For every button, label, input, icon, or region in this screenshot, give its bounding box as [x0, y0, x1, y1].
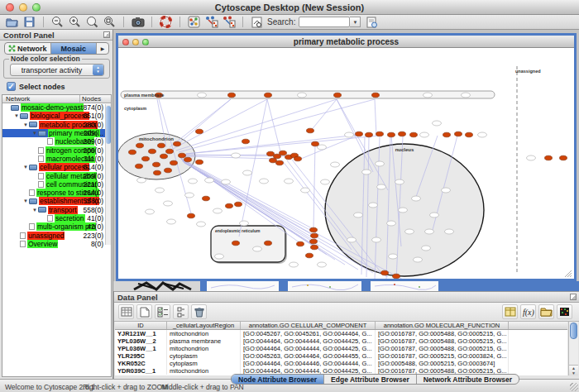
graph-node[interactable] [345, 132, 354, 137]
graph-node[interactable] [156, 188, 165, 193]
data-panel-float-icon[interactable] [570, 294, 577, 300]
zoom-in-icon[interactable] [68, 16, 82, 29]
graph-node[interactable] [422, 246, 431, 251]
graph-node-selected[interactable] [399, 131, 406, 136]
graph-node-selected[interactable] [129, 150, 136, 155]
graph-node-selected[interactable] [356, 131, 363, 136]
graph-node[interactable] [301, 188, 310, 193]
tree-row[interactable]: response to stimulu264(0) [2, 189, 111, 197]
column-header-region[interactable]: _cellularLayoutRegion [167, 322, 241, 329]
search-input[interactable] [299, 17, 350, 27]
graph-node[interactable] [372, 237, 381, 242]
network-window[interactable]: primary metabolic process plasma membran… [116, 33, 577, 281]
apply-layout-2-icon[interactable] [222, 16, 236, 29]
graph-node[interactable] [146, 209, 155, 214]
graph-node[interactable] [387, 221, 396, 226]
float-panel-icon[interactable] [103, 31, 110, 38]
data-panel-scrollbar-arrows[interactable]: ▲▼ [569, 365, 578, 375]
graph-node-selected[interactable] [232, 241, 240, 246]
graph-node[interactable] [232, 153, 241, 158]
zoom-selected-icon[interactable] [85, 16, 99, 29]
graph-node-selected[interactable] [166, 149, 174, 154]
expand-arrow-icon[interactable]: ▼ [22, 165, 29, 170]
network-graph[interactable]: plasma membranecytoplasmmitochondrionnuc… [118, 48, 574, 279]
graph-node[interactable] [414, 257, 423, 262]
graph-node-selected[interactable] [136, 164, 143, 169]
graph-node-selected[interactable] [276, 160, 284, 165]
graph-node-selected[interactable] [174, 141, 181, 146]
graph-node[interactable] [285, 179, 294, 184]
graph-node[interactable] [389, 254, 398, 259]
table-row[interactable]: YKR052Ccytoplasm[GO:0044464, GO:0044446,… [115, 360, 567, 367]
select-nodes-checkbox[interactable]: ✓ [7, 82, 16, 91]
column-header-molecular-function[interactable]: annotation.GO MOLECULAR_FUNCTION [376, 322, 509, 329]
graph-node-selected[interactable] [188, 213, 195, 218]
search-options-icon[interactable] [365, 16, 379, 29]
graph-node[interactable] [321, 179, 330, 184]
graph-node-selected[interactable] [160, 154, 168, 159]
graph-node[interactable] [298, 93, 307, 98]
tab-overflow-arrow[interactable]: ▶ [97, 43, 108, 54]
graph-node-selected[interactable] [242, 139, 250, 144]
graph-node[interactable] [430, 213, 439, 218]
graph-node[interactable] [213, 208, 223, 213]
graph-node-selected[interactable] [393, 274, 400, 279]
matrix-view-icon[interactable] [557, 304, 572, 319]
graph-node-selected[interactable] [312, 141, 319, 146]
graph-node-selected[interactable] [153, 162, 160, 167]
graph-node-selected[interactable] [154, 170, 161, 175]
graph-node[interactable] [240, 221, 249, 226]
graph-node-selected[interactable] [158, 143, 165, 148]
tree-row[interactable]: cellular metabol209(0) [2, 171, 111, 179]
graph-node[interactable] [362, 170, 371, 174]
graph-node[interactable] [253, 246, 262, 251]
graph-node[interactable] [442, 188, 451, 193]
graph-node-selected[interactable] [381, 270, 389, 275]
network-zoom-button[interactable] [142, 39, 149, 45]
graph-node-selected[interactable] [410, 132, 418, 137]
select-attributes-icon[interactable] [155, 304, 170, 319]
graph-node[interactable] [433, 121, 442, 126]
data-panel-scrollbar-thumb[interactable] [570, 323, 577, 339]
graph-node[interactable] [376, 161, 385, 166]
graph-node-selected[interactable] [196, 160, 203, 165]
graph-node[interactable] [243, 170, 252, 175]
network-minimize-button[interactable] [132, 39, 139, 45]
graph-node[interactable] [164, 201, 173, 206]
tree-scrollbar-thumb[interactable] [106, 106, 111, 144]
graph-node-selected[interactable] [306, 253, 313, 258]
graph-node[interactable] [318, 262, 327, 267]
tab-network[interactable]: Network [5, 43, 51, 54]
graph-node-selected[interactable] [455, 131, 462, 136]
graph-node[interactable] [318, 145, 327, 150]
graph-node-selected[interactable] [196, 129, 203, 134]
tree-row[interactable]: nitrogen compo209(0) [2, 146, 111, 154]
graph-node-selected[interactable] [203, 196, 210, 201]
network-overview-icon[interactable] [187, 16, 201, 29]
node-color-dropdown[interactable]: transporter activity ▲▼ [10, 64, 104, 76]
graph-node[interactable] [222, 179, 231, 184]
column-header-id[interactable]: ID [115, 322, 167, 329]
graph-node-selected[interactable] [165, 168, 172, 173]
enhanced-search-icon[interactable] [250, 16, 264, 29]
graph-node[interactable] [290, 262, 299, 267]
new-attribute-icon[interactable] [136, 304, 152, 319]
tree-row[interactable]: ▼metabolic process280(0) [2, 121, 111, 129]
tree-scrollbar[interactable] [105, 104, 111, 245]
graph-node-selected[interactable] [235, 202, 242, 207]
graph-node-selected[interactable] [179, 153, 186, 158]
graph-node-selected[interactable] [388, 132, 395, 137]
import-table-icon[interactable] [502, 304, 518, 319]
tree-row[interactable]: mosaic-demo-yeast874(0) [2, 103, 111, 112]
graph-node-selected[interactable] [443, 132, 451, 137]
table-row[interactable]: YPL036W__2plasma membrane[GO:0044464, GO… [115, 337, 567, 345]
tree-row[interactable]: ▼cellular process614(0) [2, 163, 111, 171]
table-row[interactable]: YPL036W__1mitochondrion[GO:0044464, GO:0… [115, 345, 567, 352]
graph-node[interactable] [185, 193, 194, 198]
delete-attribute-icon[interactable] [191, 304, 207, 319]
snapshot-icon[interactable] [131, 16, 145, 29]
window-controls[interactable] [6, 3, 41, 12]
graph-node-selected[interactable] [226, 203, 233, 208]
tree-row[interactable]: ▼establishment of lo558(0) [2, 197, 111, 205]
help-lifesaver-icon[interactable] [159, 16, 173, 29]
